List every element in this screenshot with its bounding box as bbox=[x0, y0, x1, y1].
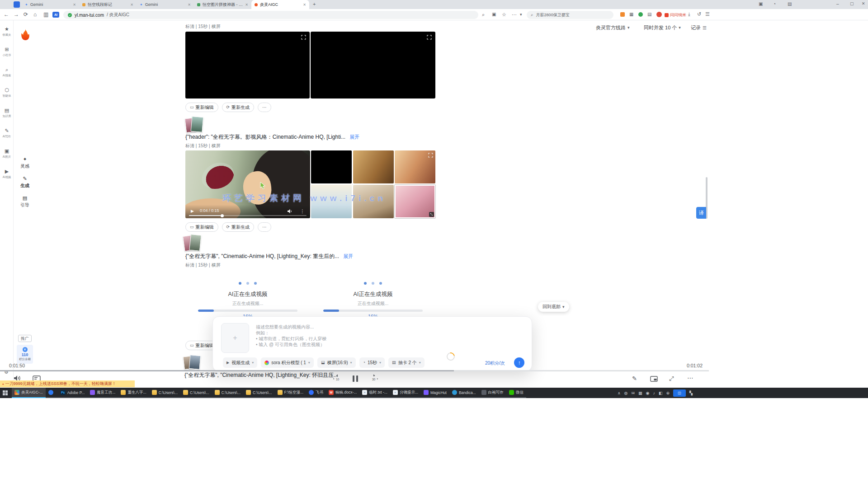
promo-button[interactable]: 推广 bbox=[18, 335, 32, 342]
video-progress-handle[interactable] bbox=[221, 214, 224, 217]
shrink-icon[interactable]: ⤢ bbox=[669, 375, 674, 382]
refresh-icon[interactable]: ⟳ bbox=[24, 12, 28, 17]
volume-icon[interactable] bbox=[287, 209, 293, 214]
taskbar-item[interactable]: C:\Users\... bbox=[243, 388, 275, 398]
back-icon[interactable]: ← bbox=[4, 12, 9, 17]
composer-placeholder[interactable]: 描述您想要生成的视频内容... 例如： • 城市街道，霓虹灯闪烁，行人穿梭 • … bbox=[256, 324, 326, 347]
tray-icon[interactable]: ✉ bbox=[631, 391, 635, 395]
tray-icon[interactable]: ▚ bbox=[689, 391, 693, 395]
line-select[interactable]: 炎灵官方线路 ▾ bbox=[596, 24, 630, 31]
more-icon[interactable]: ⋯ bbox=[512, 12, 517, 17]
tab-close-icon[interactable]: ✕ bbox=[73, 3, 76, 7]
draw-count-select[interactable]: ▤ 抽卡 2 个 ▾ bbox=[388, 357, 425, 368]
taskbar-item[interactable]: C:\Users\... bbox=[149, 388, 181, 398]
regenerate-button[interactable]: ⟳ 重新生成 bbox=[222, 103, 255, 112]
fullscreen-icon[interactable] bbox=[301, 35, 306, 40]
tray-icon[interactable]: ◍ bbox=[624, 391, 628, 395]
browser-search-box[interactable]: ⌕ 月薪2800保卫婴宝 bbox=[527, 11, 613, 19]
mode-select[interactable]: ▶ 视频生成 ▾ bbox=[223, 357, 257, 368]
tray-icon[interactable]: ▦ bbox=[638, 391, 642, 395]
tray-icon[interactable]: ♪ bbox=[653, 391, 655, 395]
tray-icon[interactable]: ◧ bbox=[659, 391, 663, 395]
safety-icon[interactable] bbox=[638, 12, 643, 17]
reference-collage[interactable] bbox=[184, 235, 202, 252]
input-method-indicator[interactable]: ◫ bbox=[673, 389, 686, 397]
video-player[interactable]: ▶ 0:04 / 0:15 ⋮ bbox=[185, 150, 310, 218]
taskbar-item[interactable]: C:\Users\... bbox=[212, 388, 244, 398]
skip-forward-30-icon[interactable]: 30 bbox=[369, 375, 378, 383]
tray-icon[interactable]: ⊕ bbox=[666, 391, 670, 395]
taskbar-item[interactable]: 魔音工坊... bbox=[87, 388, 118, 398]
taskbar-item[interactable]: PsAdobe P... bbox=[58, 388, 88, 398]
ask-nano-button[interactable]: 问问纳米 bbox=[665, 12, 686, 18]
rail-item-agent[interactable]: ⬡智能体 bbox=[0, 87, 14, 98]
browser-logo-button[interactable] bbox=[14, 1, 20, 8]
bag-icon[interactable]: ▤ bbox=[788, 2, 792, 6]
zoom-icon[interactable]: ⌕ bbox=[482, 12, 485, 17]
taskbar-item[interactable]: C:\Users\... bbox=[180, 388, 212, 398]
taskbar-item[interactable]: 重生八字... bbox=[118, 388, 149, 398]
more-button[interactable]: ⋯ bbox=[258, 222, 271, 232]
image-upload-box[interactable]: + bbox=[221, 323, 249, 353]
reedit-button[interactable]: ▭ 重新编辑 bbox=[185, 222, 218, 232]
home-icon[interactable]: ⌂ bbox=[33, 12, 37, 17]
window-close-button[interactable]: ✕ bbox=[862, 2, 865, 6]
chevron-down-icon[interactable]: ▾ bbox=[520, 13, 522, 17]
tab-close-icon[interactable]: ✕ bbox=[245, 3, 248, 7]
video-placeholder-1[interactable] bbox=[185, 32, 310, 99]
tab-image-stitcher[interactable]: 恒空图片拼接神器 - 增强版 ✕ bbox=[194, 0, 251, 9]
tray-expand-icon[interactable]: ∧ bbox=[618, 391, 621, 395]
apps-icon[interactable]: ▦ bbox=[629, 12, 633, 17]
taskbar-item[interactable]: ≡临时.txt -... bbox=[359, 388, 390, 398]
layout-icon[interactable]: ▣ bbox=[759, 2, 763, 6]
rail-item-ai-image[interactable]: ▣AI图片 bbox=[0, 148, 14, 159]
tray-icon[interactable]: ◉ bbox=[646, 391, 650, 395]
taskbar-item[interactable]: ≡分镜提示... bbox=[390, 388, 421, 398]
sidebar-item-generate[interactable]: ✎ 生成 bbox=[14, 176, 36, 189]
rail-item-ai-video[interactable]: ▶AI视频 bbox=[0, 169, 14, 179]
model-select[interactable]: sora 积分模型 ( 1 ▾ bbox=[261, 357, 314, 368]
forward-icon[interactable]: → bbox=[14, 12, 19, 17]
taskbar-item[interactable]: 飞书 bbox=[306, 388, 326, 398]
shot-thumb-2[interactable] bbox=[353, 150, 394, 183]
rail-item-miniapps[interactable]: ⊞小程序 bbox=[0, 47, 14, 57]
reedit-button[interactable]: ▭ 重新编辑 bbox=[185, 103, 218, 112]
user-avatar[interactable] bbox=[656, 12, 662, 17]
download-icon[interactable]: ⤓ bbox=[688, 12, 690, 17]
player-progress-track[interactable] bbox=[0, 370, 709, 371]
video-more-icon[interactable]: ⋮ bbox=[300, 209, 305, 214]
taskbar-item[interactable] bbox=[46, 388, 58, 398]
video-placeholder-2[interactable] bbox=[311, 32, 435, 99]
site-logo[interactable] bbox=[20, 28, 31, 43]
bookmark-star-icon[interactable]: ☆ bbox=[502, 12, 506, 17]
taskbar-item[interactable]: MagicHut bbox=[421, 388, 449, 398]
records-button[interactable]: 记录 ☰ bbox=[691, 24, 707, 31]
fullscreen-icon[interactable] bbox=[427, 35, 432, 40]
notifications-icon[interactable]: ◔ bbox=[773, 2, 776, 6]
expand-link[interactable]: 展开 bbox=[343, 253, 353, 260]
taskbar-item[interactable]: 微信 bbox=[506, 388, 526, 398]
play-icon[interactable]: ▶ bbox=[191, 209, 194, 213]
sidebar-item-guide[interactable]: ▤ 引导 bbox=[14, 195, 36, 208]
plugin-icon[interactable] bbox=[620, 12, 625, 17]
taskbar-item[interactable]: F:\恒空漫... bbox=[275, 388, 307, 398]
sidebar-item-inspiration[interactable]: ✦ 灵感 bbox=[14, 156, 36, 169]
aspect-select[interactable]: ⬓ 横屏(16:9) ▾ bbox=[317, 357, 356, 368]
media-icon[interactable]: ▣ bbox=[492, 12, 496, 17]
rail-item-ai-writing[interactable]: ✎AI写作 bbox=[0, 128, 14, 139]
panel-icon[interactable]: ▥ bbox=[43, 12, 48, 17]
new-tab-button[interactable]: + bbox=[313, 2, 316, 7]
taskbar-item[interactable]: 白袍写作 bbox=[479, 388, 506, 398]
start-button[interactable] bbox=[3, 390, 8, 395]
rail-item-knowledge[interactable]: ▤知识库 bbox=[0, 108, 14, 118]
credits-widget[interactable]: ¥ 110 积分余额 bbox=[17, 345, 33, 364]
translate-button[interactable]: 译 bbox=[696, 207, 706, 219]
address-bar[interactable]: ✓ yl.man-tui.com / 炎灵AIGC bbox=[63, 11, 478, 19]
video-progress-track[interactable] bbox=[189, 215, 307, 216]
reference-collage[interactable] bbox=[184, 355, 202, 370]
pip-icon[interactable] bbox=[650, 376, 658, 382]
window-maximize-button[interactable]: ▢ bbox=[850, 2, 854, 6]
window-minimize-button[interactable]: – bbox=[836, 2, 839, 6]
reading-icon[interactable]: ▤ bbox=[647, 12, 651, 17]
duration-select[interactable]: ◔ 15秒 ▾ bbox=[359, 357, 385, 368]
